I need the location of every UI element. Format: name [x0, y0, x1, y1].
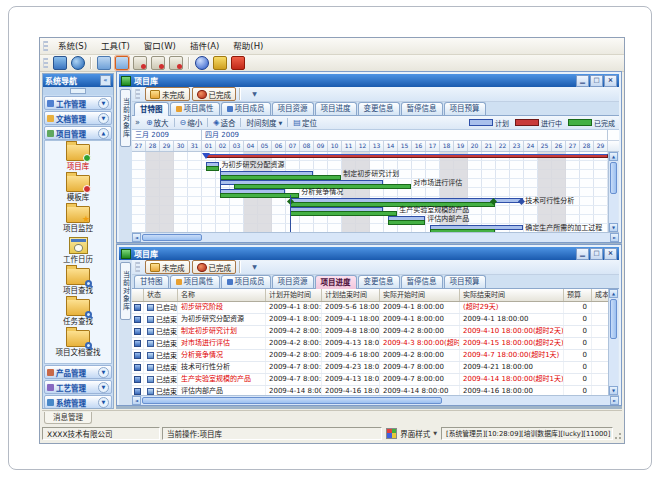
- resize-grip[interactable]: [613, 427, 622, 440]
- sidebar-item-项目监控[interactable]: ★项目监控: [45, 206, 111, 233]
- maximize-icon[interactable]: □: [590, 75, 603, 87]
- menu-item-2[interactable]: 窗口(W): [137, 38, 183, 54]
- vertical-scrollbar[interactable]: ▲▼: [608, 289, 618, 395]
- column-header-成本[interactable]: 成本: [592, 289, 608, 301]
- scrollbar-thumb[interactable]: [142, 234, 202, 241]
- horizontal-scrollbar[interactable]: ◄►: [132, 232, 619, 242]
- close-icon[interactable]: ×: [604, 248, 617, 260]
- sidebar-item-模板库[interactable]: 模板库: [45, 175, 111, 202]
- sidebar-item-项目查找[interactable]: 项目查找: [45, 268, 111, 295]
- column-header-状态[interactable]: 状态: [144, 289, 178, 301]
- network-icon[interactable]: [71, 56, 85, 70]
- table-row[interactable]: 已启动初步研究阶段2009-4-1 8:00:002009-5-6 18:00:…: [132, 302, 608, 314]
- sidebar-collapse-icon[interactable]: «: [100, 75, 111, 86]
- table-row[interactable]: 已结束为初步研究分配资源2009-4-1 8:00:002009-4-1 18:…: [132, 314, 608, 326]
- sidebar-group-工作管理[interactable]: 工作管理▼: [44, 96, 112, 110]
- more-options-icon[interactable]: ▼: [248, 88, 261, 101]
- chevron-down-icon[interactable]: ▼: [98, 382, 109, 393]
- help-icon[interactable]: [195, 56, 209, 70]
- lock-icon[interactable]: [213, 56, 227, 70]
- open-library-icon[interactable]: [97, 56, 111, 70]
- tab-甘特图[interactable]: 甘特图: [134, 102, 169, 116]
- column-header-计划结束时间[interactable]: 计划结束时间: [322, 289, 380, 301]
- tab-暂停信息[interactable]: 暂停信息: [401, 102, 443, 115]
- child-window-titlebar[interactable]: 项目库▁□×: [119, 74, 619, 87]
- table-row[interactable]: 已结束生产实验室规模的产品2009-4-7 8:00:002009-4-13 1…: [132, 374, 608, 386]
- menu-item-3[interactable]: 插件(A): [183, 38, 226, 54]
- filter-button-未完成[interactable]: 未完成: [145, 87, 190, 101]
- scroll-down-icon[interactable]: ▼: [609, 223, 618, 232]
- save-library-icon[interactable]: [115, 56, 129, 70]
- scrollbar-thumb[interactable]: [142, 397, 442, 404]
- more-options-icon[interactable]: ▼: [248, 261, 261, 274]
- maximize-icon[interactable]: □: [590, 248, 603, 260]
- tab-项目进度[interactable]: 项目进度: [315, 102, 357, 115]
- actual-bar[interactable]: [388, 220, 425, 225]
- scrollbar-thumb[interactable]: [610, 162, 617, 194]
- menu-item-4[interactable]: 帮助(H): [226, 38, 270, 54]
- sidebar-item-任务查找[interactable]: 任务查找: [45, 299, 111, 326]
- filter-button-已完成[interactable]: 已完成: [192, 260, 237, 274]
- tab-变更信息[interactable]: 变更信息: [358, 275, 400, 288]
- minimize-icon[interactable]: ▁: [576, 248, 589, 260]
- actual-bar[interactable]: [290, 211, 397, 216]
- child-window-titlebar[interactable]: 项目库▁□×: [119, 247, 619, 260]
- table-row[interactable]: 已结束对市场进行评估2009-4-2 8:00:002009-4-13 18:0…: [132, 338, 608, 350]
- sidebar-group-系统管理[interactable]: 系统管理▼: [44, 395, 112, 409]
- gantt-tool-缩小[interactable]: ⊖缩小: [177, 117, 206, 128]
- actual-bar[interactable]: [220, 193, 299, 198]
- scroll-right-icon[interactable]: ►: [610, 396, 619, 405]
- sidebar-item-工作日历[interactable]: 工作日历: [45, 237, 111, 264]
- menu-item-0[interactable]: 系统(S): [51, 38, 94, 54]
- scroll-left-icon[interactable]: ◄: [132, 396, 141, 405]
- minimize-icon[interactable]: ▁: [576, 75, 589, 87]
- tab-current-object-library[interactable]: 当前对象库: [120, 89, 131, 147]
- scroll-right-icon[interactable]: ►: [610, 233, 619, 242]
- button-row-grip[interactable]: [135, 262, 140, 272]
- sidebar-item-项目文档查找[interactable]: 项目文档查找: [45, 330, 111, 357]
- tab-项目预算[interactable]: 项目预算: [444, 275, 486, 288]
- filter-button-已完成[interactable]: 已完成: [192, 87, 237, 101]
- column-header-实际开始时间[interactable]: 实际开始时间: [380, 289, 460, 301]
- tab-变更信息[interactable]: 变更信息: [358, 102, 400, 115]
- column-header-计划开始时间[interactable]: 计划开始时间: [266, 289, 322, 301]
- scrollbar-thumb[interactable]: [610, 299, 617, 339]
- scroll-down-icon[interactable]: ▼: [609, 386, 618, 395]
- ui-style-button[interactable]: 界面样式 ▼: [382, 428, 441, 439]
- filter-button-未完成[interactable]: 未完成: [145, 260, 190, 274]
- tab-项目进度[interactable]: 项目进度: [315, 275, 357, 289]
- tab-项目资源[interactable]: 项目资源: [272, 102, 314, 115]
- scroll-up-icon[interactable]: ▲: [609, 289, 618, 298]
- tab-项目成员[interactable]: 项目成员: [221, 275, 271, 288]
- column-header-预算[interactable]: 预算: [564, 289, 592, 301]
- exit-icon[interactable]: [231, 56, 245, 70]
- sidebar-group-项目管理[interactable]: 项目管理▲: [44, 126, 112, 140]
- message-send-icon[interactable]: [133, 56, 147, 70]
- sidebar-handle[interactable]: [43, 87, 113, 95]
- progress-bar[interactable]: [206, 154, 608, 158]
- column-header-实际结束时间[interactable]: 实际结束时间: [460, 289, 564, 301]
- chevron-down-icon[interactable]: ▼: [98, 113, 109, 124]
- gantt-tool-适合[interactable]: ◈适合: [210, 117, 238, 128]
- chevron-down-icon[interactable]: ▼: [98, 367, 109, 378]
- actual-bar[interactable]: [206, 166, 219, 171]
- close-icon[interactable]: ×: [604, 75, 617, 87]
- chevron-up-icon[interactable]: ▲: [98, 128, 109, 139]
- sidebar-item-项目库[interactable]: 项目库: [45, 144, 111, 171]
- gantt-tool-放大[interactable]: ⊕放大: [143, 117, 172, 128]
- tab-项目成员[interactable]: 项目成员: [221, 102, 271, 115]
- tab-项目资源[interactable]: 项目资源: [272, 275, 314, 288]
- button-row-grip[interactable]: [135, 89, 140, 99]
- column-header-名称[interactable]: 名称: [178, 289, 266, 301]
- chevron-down-icon[interactable]: ▼: [98, 98, 109, 109]
- horizontal-scrollbar[interactable]: ◄►: [132, 395, 619, 405]
- gantt-tool-定位[interactable]: ▤定位: [290, 117, 320, 128]
- chevron-down-icon[interactable]: ▼: [98, 397, 109, 408]
- scroll-up-icon[interactable]: ▲: [609, 152, 618, 161]
- tab-message-management[interactable]: 消息管理: [44, 412, 92, 424]
- message-delete-icon[interactable]: [169, 56, 183, 70]
- column-header-selector[interactable]: [132, 289, 144, 301]
- tab-甘特图[interactable]: 甘特图: [134, 275, 169, 288]
- sidebar-group-产品管理[interactable]: 产品管理▼: [44, 365, 112, 379]
- sidebar-group-工艺管理[interactable]: 工艺管理▼: [44, 380, 112, 394]
